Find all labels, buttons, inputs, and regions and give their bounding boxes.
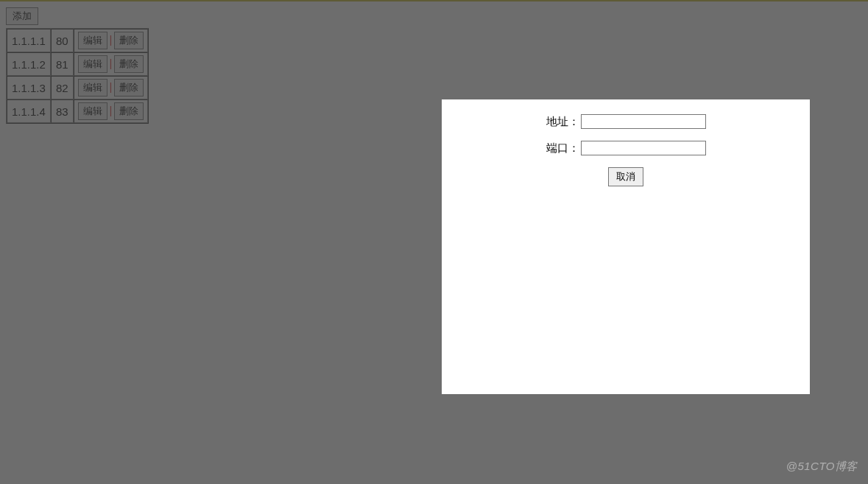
port-input[interactable] — [581, 141, 706, 155]
address-row: 地址： — [442, 114, 810, 129]
watermark-text: @51CTO博客 — [786, 460, 858, 474]
port-label: 端口： — [546, 141, 579, 155]
modal-button-row: 取消 — [442, 167, 810, 186]
port-row: 端口： — [442, 141, 810, 155]
edit-modal: 地址： 端口： 取消 — [442, 99, 810, 394]
address-label: 地址： — [546, 115, 579, 129]
address-input[interactable] — [581, 114, 706, 129]
cancel-button[interactable]: 取消 — [608, 167, 643, 186]
